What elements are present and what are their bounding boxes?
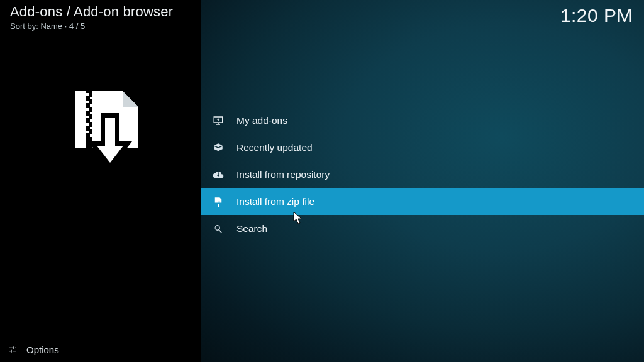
svg-rect-10 bbox=[90, 127, 92, 129]
menu-item-label: Search bbox=[236, 223, 267, 234]
search-icon bbox=[213, 223, 224, 234]
menu-item-install-from-repository[interactable]: Install from repository bbox=[201, 161, 644, 188]
menu-item-my-addons[interactable]: My add-ons bbox=[201, 107, 644, 134]
menu-item-label: My add-ons bbox=[236, 115, 287, 126]
svg-rect-12 bbox=[90, 134, 92, 137]
svg-rect-6 bbox=[90, 112, 92, 114]
sidebar: Add-ons / Add-on browser Sort by: Name ·… bbox=[0, 0, 201, 362]
breadcrumb: Add-ons / Add-on browser bbox=[10, 4, 173, 20]
addon-browser-list: My add-ons Recently updated Install from… bbox=[201, 0, 644, 362]
menu-item-search[interactable]: Search bbox=[201, 215, 644, 242]
menu-item-label: Install from repository bbox=[236, 169, 330, 180]
menu-item-label: Recently updated bbox=[236, 142, 313, 153]
svg-rect-1 bbox=[86, 93, 89, 96]
options-label: Options bbox=[26, 344, 59, 355]
svg-rect-5 bbox=[86, 108, 89, 111]
svg-rect-11 bbox=[86, 131, 89, 133]
menu-item-recently-updated[interactable]: Recently updated bbox=[201, 134, 644, 161]
svg-rect-3 bbox=[86, 101, 89, 103]
svg-rect-2 bbox=[90, 97, 92, 99]
svg-rect-4 bbox=[90, 104, 92, 107]
options-button[interactable]: Options bbox=[0, 337, 201, 362]
cloud-download-icon bbox=[213, 169, 224, 180]
menu-item-install-from-zip[interactable]: Install from zip file bbox=[201, 188, 644, 215]
svg-rect-9 bbox=[86, 123, 89, 126]
monitor-icon bbox=[213, 115, 224, 126]
sort-indicator: Sort by: Name · 4 / 5 bbox=[10, 21, 85, 31]
addon-installer-icon bbox=[0, 88, 201, 176]
menu-item-label: Install from zip file bbox=[236, 196, 314, 207]
sliders-icon bbox=[8, 344, 18, 354]
open-box-icon bbox=[213, 142, 224, 153]
svg-rect-8 bbox=[90, 119, 92, 122]
zip-download-icon bbox=[213, 196, 224, 207]
svg-rect-7 bbox=[86, 116, 89, 118]
